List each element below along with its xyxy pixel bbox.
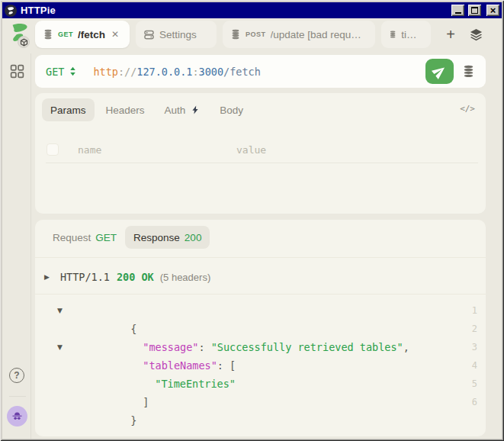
line-number: 6 xyxy=(472,393,477,411)
tab-label: Response xyxy=(133,232,180,243)
tab-label: time… xyxy=(401,29,423,40)
line-number: 5 xyxy=(472,375,477,393)
line-number: 1 xyxy=(472,301,477,320)
json-line: ] 5 xyxy=(35,375,486,393)
tab-response[interactable]: Response 200 xyxy=(125,226,210,249)
close-button[interactable]: × xyxy=(486,5,499,16)
json-line: "message": "Successfully retrieved table… xyxy=(35,320,486,338)
json-line: ▼{ 1 xyxy=(35,301,486,320)
tab-label: Request xyxy=(53,232,91,243)
json-line: "TimeEntries" 4 xyxy=(35,356,486,375)
httpie-titlebar-icon xyxy=(5,5,17,17)
request-url-bar: GET http://127.0.0.1:3000/fetch xyxy=(35,55,486,88)
titlebar: HTTPie × xyxy=(2,2,502,18)
left-rail: ? xyxy=(2,53,31,439)
apps-grid-button[interactable] xyxy=(10,64,24,82)
tab-label: Auth xyxy=(165,105,186,116)
grid-icon xyxy=(10,64,24,79)
param-row-divider xyxy=(46,163,478,163)
lightning-bolt-icon xyxy=(191,105,200,115)
collection-stack-icon xyxy=(389,29,396,40)
line-number: 3 xyxy=(472,338,477,356)
param-row: name value xyxy=(47,137,478,162)
url-input[interactable]: http://127.0.0.1:3000/fetch xyxy=(93,66,425,78)
response-body: ▼{ 1 "message": "Successfully retrieved … xyxy=(35,301,486,436)
minimize-button[interactable] xyxy=(451,5,464,16)
line-number: 4 xyxy=(472,356,477,375)
tab-label: /update [bad requ… xyxy=(271,29,361,40)
response-viewer-tabs: Request GET Response 200 xyxy=(44,226,210,249)
incognito-icon xyxy=(11,410,24,423)
tab-auth[interactable]: Auth xyxy=(156,98,209,121)
tab-label: Params xyxy=(50,105,86,116)
send-button[interactable] xyxy=(425,59,454,84)
method-selector[interactable]: GET xyxy=(46,66,76,78)
request-editor-panel: Params Headers Auth Body </> name value xyxy=(35,93,486,214)
httpie-logo[interactable] xyxy=(8,21,32,47)
json-line: ▼"tableNames": [ 3 xyxy=(35,338,486,356)
close-icon: × xyxy=(490,5,496,15)
environment-cube-badge[interactable] xyxy=(18,36,30,48)
expand-triangle-icon[interactable]: ▼ xyxy=(57,301,63,320)
settings-tab[interactable]: Settings xyxy=(136,21,217,48)
url-port-separator: : xyxy=(192,66,198,78)
request-tab-fetch[interactable]: GET /fetch ✕ xyxy=(35,21,130,48)
request-tab-update[interactable]: POST /update [bad requ… xyxy=(223,21,375,48)
param-value-input[interactable]: value xyxy=(236,144,266,156)
expand-triangle-icon[interactable]: ▼ xyxy=(57,338,63,356)
tab-params[interactable]: Params xyxy=(42,98,95,121)
url-separator: :// xyxy=(118,66,136,78)
tab-headers[interactable]: Headers xyxy=(98,98,153,121)
anonymous-user-avatar[interactable] xyxy=(7,406,27,427)
request-tab-time[interactable]: time… xyxy=(381,21,431,48)
tab-body[interactable]: Body xyxy=(211,98,252,121)
response-divider xyxy=(35,257,486,258)
tab-strip: GET /fetch ✕ Settings POST /update [bad … xyxy=(2,18,502,50)
method-value: GET xyxy=(46,66,64,78)
stack-icon xyxy=(462,65,475,78)
window-title: HTTPie xyxy=(21,5,56,16)
request-editor-tabs: Params Headers Auth Body xyxy=(42,98,479,121)
status-text: 200 OK xyxy=(117,271,154,283)
collection-stack-icon xyxy=(43,29,53,40)
response-viewer-panel: Request GET Response 200 ▶ HTTP/1.1 200 … xyxy=(35,220,486,436)
tab-request[interactable]: Request GET xyxy=(44,226,125,249)
saved-requests-button[interactable] xyxy=(462,65,475,78)
tab-close-icon[interactable]: ✕ xyxy=(111,29,119,40)
url-scheme: http xyxy=(93,66,118,78)
settings-sliders-icon xyxy=(143,29,155,40)
code-view-toggle[interactable]: </> xyxy=(460,104,475,114)
maximize-icon xyxy=(471,7,478,14)
json-line: } 6 xyxy=(35,393,486,411)
tab-label: Body xyxy=(220,105,243,116)
response-status-line[interactable]: ▶ HTTP/1.1 200 OK (5 headers) xyxy=(44,268,478,286)
http-version: HTTP/1.1 xyxy=(60,271,110,283)
param-checkbox[interactable] xyxy=(47,143,59,156)
tab-label: Settings xyxy=(159,29,197,40)
json-token: } xyxy=(130,414,136,427)
request-method-badge: GET xyxy=(95,232,117,243)
help-button[interactable]: ? xyxy=(9,368,24,383)
app-window: HTTPie × GET /fetch ✕ Settings xyxy=(0,0,504,441)
app-content: GET /fetch ✕ Settings POST /update [bad … xyxy=(2,18,502,439)
rail-divider xyxy=(9,396,26,397)
url-path: /fetch xyxy=(223,66,261,78)
cube-icon xyxy=(20,38,28,47)
status-code-badge: 200 xyxy=(185,232,202,243)
tab-label: /fetch xyxy=(78,29,105,40)
new-tab-button[interactable]: + xyxy=(441,26,460,43)
collection-stack-icon xyxy=(230,29,241,40)
maximize-button[interactable] xyxy=(468,5,481,16)
minimize-icon xyxy=(455,12,461,14)
line-number: 2 xyxy=(472,320,477,338)
tab-overview-button[interactable] xyxy=(469,27,483,42)
layers-icon xyxy=(469,27,483,42)
response-divider-2 xyxy=(35,294,486,295)
tab-label: Headers xyxy=(106,105,145,116)
param-name-input[interactable]: name xyxy=(78,144,236,156)
url-port: 3000 xyxy=(199,66,224,78)
tab-method-badge: GET xyxy=(58,31,73,38)
url-host: 127.0.0.1 xyxy=(136,66,192,78)
collapse-triangle-icon[interactable]: ▶ xyxy=(44,273,50,281)
tab-method-badge: POST xyxy=(246,31,266,38)
